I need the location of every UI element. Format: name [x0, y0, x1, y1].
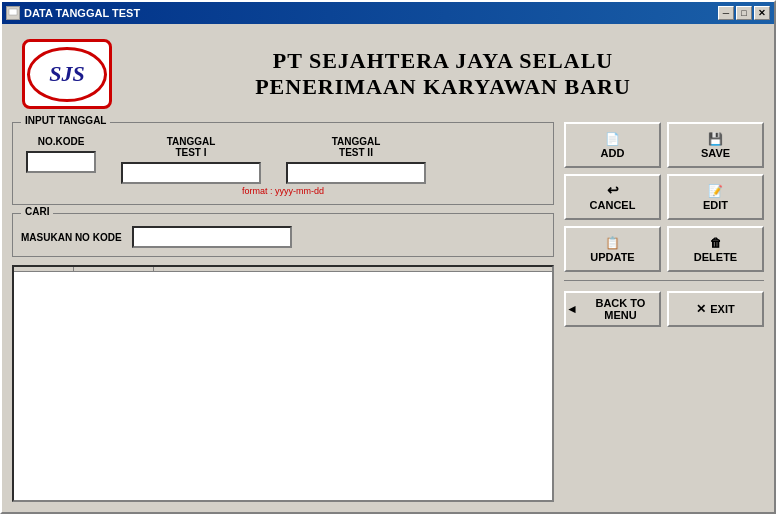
- search-group: CARI MASUKAN NO KODE: [12, 213, 554, 257]
- app-icon: [6, 6, 20, 20]
- window-content: SJS PT SEJAHTERA JAYA SELALU PENERIMAAN …: [2, 24, 774, 512]
- title-bar-left: DATA TANGGAL TEST: [6, 6, 140, 20]
- logo-container: SJS: [22, 39, 112, 109]
- svg-rect-1: [9, 9, 17, 15]
- table-col-tgl1: [74, 267, 154, 271]
- minimize-button[interactable]: ─: [718, 6, 734, 20]
- tanggal1-input[interactable]: [121, 162, 261, 184]
- exit-icon: [696, 302, 706, 316]
- company-title: PT SEJAHTERA JAYA SELALU PENERIMAAN KARY…: [132, 48, 754, 100]
- back-icon: [566, 302, 578, 316]
- search-input[interactable]: [132, 226, 292, 248]
- main-window: DATA TANGGAL TEST ─ □ ✕ SJS PT SEJAHTERA…: [0, 0, 776, 514]
- cancel-button[interactable]: CANCEL: [564, 174, 661, 220]
- maximize-button[interactable]: □: [736, 6, 752, 20]
- edit-button[interactable]: EDIT: [667, 174, 764, 220]
- right-panel: ADD SAVE CANCEL EDIT: [564, 122, 764, 502]
- company-subtitle: PENERIMAAN KARYAWAN BARU: [132, 74, 754, 100]
- table-col-nokode: [14, 267, 74, 271]
- update-icon: [605, 235, 620, 249]
- delete-icon: [710, 235, 722, 249]
- back-label: BACK TO MENU: [582, 297, 659, 321]
- no-kode-label: NO.KODE: [38, 136, 85, 147]
- back-to-menu-button[interactable]: BACK TO MENU: [564, 291, 661, 327]
- tanggal2-label: TANGGALTEST II: [332, 136, 381, 158]
- add-button[interactable]: ADD: [564, 122, 661, 168]
- tanggal1-label: TANGGALTEST I: [167, 136, 216, 158]
- save-label: SAVE: [701, 147, 730, 159]
- logo-text: SJS: [49, 61, 84, 87]
- search-group-legend: CARI: [21, 206, 53, 217]
- format-hint: format : yyyy-mm-dd: [21, 186, 545, 196]
- delete-label: DELETE: [694, 251, 737, 263]
- form-row: NO.KODE TANGGALTEST I TANGGALTEST II: [21, 131, 545, 184]
- bottom-buttons: BACK TO MENU EXIT: [564, 291, 764, 327]
- update-button[interactable]: UPDATE: [564, 226, 661, 272]
- search-row: MASUKAN NO KODE: [21, 226, 545, 248]
- cancel-label: CANCEL: [590, 199, 636, 211]
- input-group-legend: INPUT TANGGAL: [21, 115, 110, 126]
- left-panel: INPUT TANGGAL NO.KODE TANGGALTEST I TANG…: [12, 122, 554, 502]
- save-button[interactable]: SAVE: [667, 122, 764, 168]
- main-area: INPUT TANGGAL NO.KODE TANGGALTEST I TANG…: [12, 122, 764, 502]
- search-label: MASUKAN NO KODE: [21, 232, 122, 243]
- company-name: PT SEJAHTERA JAYA SELALU: [132, 48, 754, 74]
- exit-label: EXIT: [710, 303, 734, 315]
- add-icon: [605, 131, 620, 145]
- table-header-row: [14, 267, 552, 272]
- no-kode-col: NO.KODE: [21, 136, 101, 173]
- no-kode-input[interactable]: [26, 151, 96, 173]
- title-bar: DATA TANGGAL TEST ─ □ ✕: [2, 2, 774, 24]
- header-area: SJS PT SEJAHTERA JAYA SELALU PENERIMAAN …: [12, 34, 764, 114]
- separator: [564, 280, 764, 281]
- add-save-row: ADD SAVE: [564, 122, 764, 168]
- input-group: INPUT TANGGAL NO.KODE TANGGALTEST I TANG…: [12, 122, 554, 205]
- close-button[interactable]: ✕: [754, 6, 770, 20]
- tanggal1-col: TANGGALTEST I: [116, 136, 266, 184]
- delete-button[interactable]: DELETE: [667, 226, 764, 272]
- window-title: DATA TANGGAL TEST: [24, 7, 140, 19]
- update-label: UPDATE: [590, 251, 634, 263]
- title-bar-buttons: ─ □ ✕: [718, 6, 770, 20]
- cancel-edit-row: CANCEL EDIT: [564, 174, 764, 220]
- save-icon: [708, 131, 723, 145]
- tanggal2-input[interactable]: [286, 162, 426, 184]
- logo-oval: SJS: [27, 47, 107, 102]
- update-delete-row: UPDATE DELETE: [564, 226, 764, 272]
- table-area: [12, 265, 554, 502]
- edit-label: EDIT: [703, 199, 728, 211]
- exit-button[interactable]: EXIT: [667, 291, 764, 327]
- tanggal2-col: TANGGALTEST II: [281, 136, 431, 184]
- edit-icon: [708, 183, 723, 197]
- cancel-icon: [607, 183, 619, 197]
- add-label: ADD: [601, 147, 625, 159]
